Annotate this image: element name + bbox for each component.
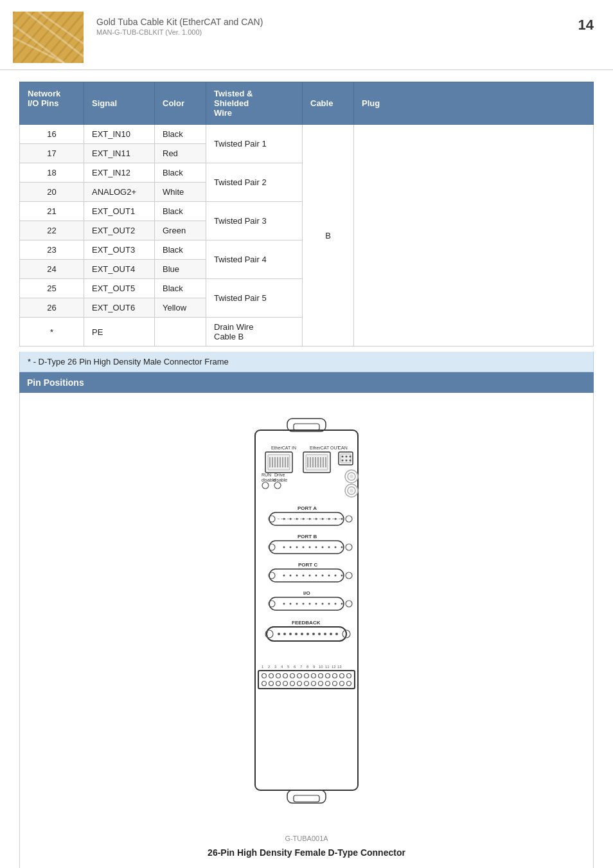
svg-point-38 [342, 460, 344, 462]
svg-point-121 [318, 633, 321, 635]
svg-point-36 [346, 456, 348, 458]
svg-point-150 [347, 674, 351, 678]
cell-signal: EXT_OUT1 [84, 202, 155, 221]
svg-text:12: 12 [332, 665, 336, 669]
document-title: Gold Tuba Cable Kit (EtherCAT and CAN) [96, 17, 574, 27]
svg-text:PORT B: PORT B [298, 534, 317, 539]
page-number: 14 [574, 12, 594, 33]
svg-point-156 [298, 682, 302, 686]
svg-point-144 [305, 674, 309, 678]
svg-point-154 [283, 682, 288, 686]
svg-point-160 [326, 682, 330, 686]
svg-point-80 [335, 547, 337, 548]
svg-point-43 [350, 475, 353, 478]
svg-point-81 [341, 547, 343, 548]
cell-signal: EXT_IN10 [84, 125, 155, 144]
svg-text:2: 2 [268, 665, 271, 669]
cell-pin: 18 [20, 163, 84, 183]
svg-text:RUN: RUN [262, 473, 271, 477]
svg-point-88 [296, 575, 298, 577]
page-header: Gold Tuba Cable Kit (EtherCAT and CAN) M… [0, 0, 613, 70]
svg-point-146 [319, 674, 323, 678]
cell-color: Green [155, 221, 206, 240]
svg-text:Drive: Drive [274, 473, 285, 477]
svg-point-109 [341, 603, 343, 605]
svg-text:I/O: I/O [303, 590, 310, 596]
cell-pin: 17 [20, 144, 84, 163]
svg-point-124 [335, 633, 338, 635]
svg-point-123 [330, 633, 332, 635]
svg-point-92 [322, 575, 324, 577]
svg-point-56 [346, 516, 352, 522]
svg-point-101 [290, 603, 292, 605]
svg-point-78 [322, 547, 324, 548]
pin-diagram-area: EtherCAT IN EtherCAT OUT [19, 393, 594, 868]
svg-text:6: 6 [294, 665, 296, 669]
svg-point-79 [328, 547, 330, 548]
svg-text:PORT C: PORT C [298, 562, 317, 568]
svg-point-85 [346, 572, 352, 579]
svg-point-46 [350, 489, 353, 493]
pin-positions-header: Pin Positions [19, 372, 594, 393]
diagram-subcaption: G-TUBA001A [285, 835, 328, 842]
svg-point-153 [276, 682, 281, 686]
svg-text:3: 3 [274, 665, 277, 669]
cell-signal: EXT_IN11 [84, 144, 155, 163]
cell-cable: B [303, 125, 354, 347]
header-text-block: Gold Tuba Cable Kit (EtherCAT and CAN) M… [96, 12, 574, 36]
svg-point-94 [335, 575, 337, 577]
svg-text:4: 4 [281, 665, 283, 669]
svg-point-145 [312, 674, 316, 678]
cell-signal: EXT_OUT5 [84, 279, 155, 298]
svg-point-138 [262, 674, 267, 678]
svg-point-118 [301, 633, 303, 635]
svg-point-151 [262, 682, 267, 686]
cell-color: Black [155, 279, 206, 298]
company-logo [13, 12, 84, 63]
cell-color: Black [155, 202, 206, 221]
svg-point-76 [309, 547, 311, 548]
svg-point-61 [303, 518, 305, 520]
svg-point-106 [322, 603, 324, 605]
svg-point-93 [328, 575, 330, 577]
svg-point-67 [341, 518, 343, 520]
cell-signal: EXT_OUT3 [84, 240, 155, 260]
svg-point-91 [315, 575, 317, 577]
main-content: NetworkI/O Pins Signal Color Twisted &Sh… [0, 82, 613, 868]
svg-rect-83 [269, 569, 344, 582]
svg-point-152 [269, 682, 274, 686]
diagram-caption: 26-Pin High Density Female D-Type Connec… [208, 847, 405, 858]
cell-twisted: Twisted Pair 5 [206, 279, 303, 318]
svg-text:EtherCAT OUT: EtherCAT OUT [310, 446, 341, 450]
svg-rect-164 [287, 790, 326, 803]
svg-point-87 [290, 575, 292, 577]
cell-twisted: Twisted Pair 2 [206, 163, 303, 202]
svg-point-147 [326, 674, 330, 678]
svg-point-72 [283, 547, 285, 548]
svg-point-100 [283, 603, 285, 605]
svg-point-107 [328, 603, 330, 605]
svg-point-120 [312, 633, 315, 635]
svg-rect-13 [268, 455, 290, 470]
svg-rect-165 [294, 795, 319, 802]
cell-pin: * [20, 318, 84, 347]
svg-point-89 [303, 575, 305, 577]
table-body: 16 EXT_IN10 Black Twisted Pair 1 B 17 EX… [20, 125, 594, 347]
svg-text:5: 5 [287, 665, 290, 669]
svg-rect-69 [269, 541, 344, 554]
cell-color: Black [155, 163, 206, 183]
svg-point-39 [346, 460, 348, 462]
svg-point-108 [335, 603, 337, 605]
cell-color: Black [155, 125, 206, 144]
cell-color: Red [155, 144, 206, 163]
svg-text:10: 10 [319, 665, 323, 669]
cell-color: Black [155, 240, 206, 260]
svg-point-148 [333, 674, 337, 678]
svg-point-115 [283, 633, 286, 635]
col-header-network: NetworkI/O Pins [20, 82, 84, 125]
svg-point-90 [309, 575, 311, 577]
svg-point-99 [346, 601, 352, 607]
cell-twisted: Twisted Pair 3 [206, 202, 303, 240]
svg-text:1: 1 [262, 665, 264, 669]
svg-point-35 [342, 456, 344, 458]
